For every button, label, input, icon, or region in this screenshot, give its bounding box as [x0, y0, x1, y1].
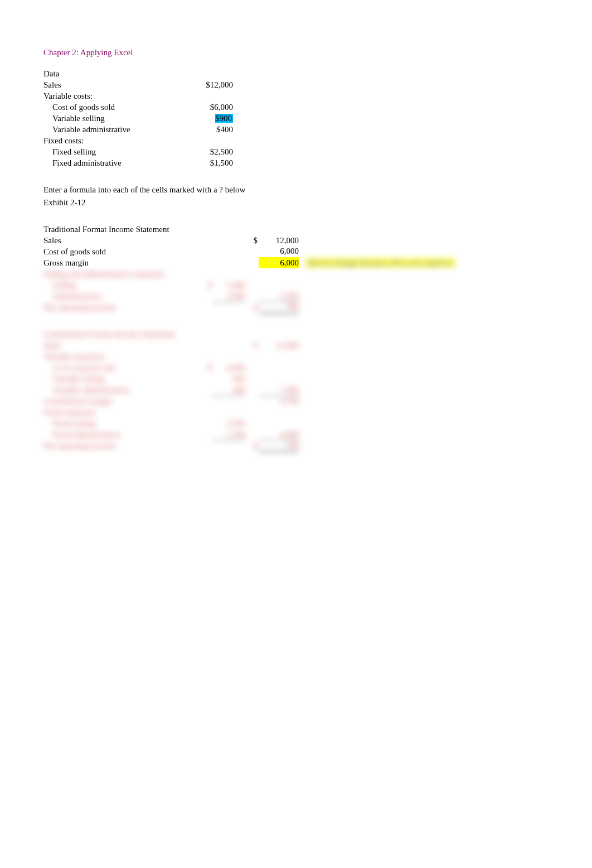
cogs-label: Cost of goods sold	[43, 102, 177, 113]
contrib-noi-label: Net operating income	[43, 440, 198, 451]
trad-selling-label: Selling	[43, 279, 198, 291]
contrib-cm-label: Contribution margin	[43, 396, 198, 407]
sales-label: Sales	[43, 79, 177, 90]
trad-gm-label: Gross margin	[43, 257, 198, 268]
fixed-selling-value: $2,500	[177, 146, 233, 157]
contrib-noi-sym: $	[245, 440, 259, 451]
contrib-fe-header: Fixed expenses:	[43, 407, 198, 418]
trad-noi-val: 700	[259, 301, 299, 314]
cogs-value: $6,000	[177, 102, 233, 113]
variable-costs-header: Variable costs:	[43, 90, 177, 102]
contrib-sales-sym: $	[245, 340, 259, 351]
contrib-cogs-val: 6,000	[212, 362, 245, 373]
fixed-costs-header: Fixed costs:	[43, 135, 177, 146]
trad-cogs-label: Cost of goods sold	[43, 246, 198, 257]
contrib-var-admin-label: Variable administrative	[43, 384, 198, 396]
trad-gm-val: 6,000	[259, 257, 299, 268]
contrib-fixed-admin-label: Fixed administrative	[43, 429, 198, 440]
traditional-header: Traditional Format Income Statement	[43, 224, 549, 235]
variable-admin-label: Variable administrative	[43, 124, 177, 135]
contrib-var-selling-label: Variable selling	[43, 373, 198, 384]
trad-cogs-val: 6,000	[259, 245, 299, 257]
contrib-header: Contribution Format Income Statement	[43, 329, 549, 340]
data-header: Data	[43, 68, 177, 79]
contrib-sales-label: Sales	[43, 340, 198, 351]
trad-sales-val: 12,000	[259, 235, 299, 246]
contrib-fixed-selling-label: Fixed selling	[43, 418, 198, 429]
trad-noi-sym: $	[245, 302, 259, 313]
sales-value: $12,000	[177, 79, 233, 90]
contrib-var-selling-val: 900	[212, 373, 245, 384]
variable-selling-value: $900	[177, 113, 233, 124]
contrib-fixed-selling-val: 2,500	[212, 418, 245, 429]
gm-note: did not change because cell is not copie…	[305, 257, 455, 268]
contrib-noi-val: 700	[259, 440, 299, 452]
contrib-cogs-label: Cost of goods sold	[43, 362, 198, 373]
variable-selling-label: Variable selling	[43, 113, 177, 124]
exhibit-label: Exhibit 2-12	[43, 197, 549, 208]
trad-sales-label: Sales	[43, 235, 198, 246]
variable-admin-value: $400	[177, 124, 233, 135]
contrib-ve-header: Variable expenses:	[43, 351, 198, 362]
trad-admin-label: Administrative	[43, 291, 198, 302]
contrib-cm-val: 4,700	[259, 396, 299, 407]
instruction-text: Enter a formula into each of the cells m…	[43, 184, 549, 195]
trad-selling-sym: $	[198, 279, 212, 291]
trad-noi-label: Net operating income	[43, 302, 198, 313]
contrib-ve-total: 7,300	[259, 384, 299, 396]
trad-admin-val: 1,900	[212, 290, 245, 302]
fixed-admin-label: Fixed administrative	[43, 157, 177, 168]
trad-sales-sym: $	[245, 235, 259, 246]
trad-selling-val: 3,400	[212, 279, 245, 291]
contrib-sales-val: 12,000	[259, 340, 299, 351]
page-title: Chapter 2: Applying Excel	[43, 47, 549, 58]
contrib-var-admin-val: 400	[212, 384, 245, 396]
trad-sga-label: Selling and administrative expenses:	[43, 268, 198, 279]
contrib-cogs-sym: $	[198, 362, 212, 373]
contrib-fixed-admin-val: 1,500	[212, 429, 245, 441]
fixed-selling-label: Fixed selling	[43, 146, 177, 157]
fixed-admin-value: $1,500	[177, 157, 233, 168]
